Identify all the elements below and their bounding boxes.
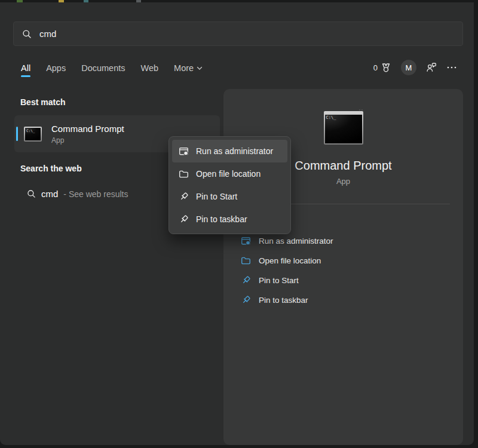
chevron-down-icon bbox=[197, 66, 203, 70]
pin-icon bbox=[241, 295, 251, 305]
pin-icon bbox=[179, 192, 189, 202]
search-input[interactable] bbox=[39, 29, 454, 39]
menu-item-open-file-location[interactable]: Open file location bbox=[172, 162, 287, 185]
search-icon bbox=[22, 29, 32, 39]
rewards-button[interactable]: 0 bbox=[373, 62, 391, 73]
menu-item-pin-to-taskbar[interactable]: Pin to taskbar bbox=[172, 208, 287, 231]
result-title: Command Prompt bbox=[51, 124, 124, 134]
menu-item-run-as-administrator[interactable]: Run as administrator bbox=[172, 140, 287, 162]
search-web-heading: Search the web bbox=[20, 164, 82, 173]
pin-icon bbox=[179, 214, 189, 225]
web-search-result[interactable]: cmd - See web results bbox=[27, 189, 128, 199]
more-options-icon[interactable] bbox=[446, 62, 457, 73]
feedback-icon[interactable] bbox=[426, 62, 437, 73]
best-match-heading: Best match bbox=[20, 97, 65, 107]
run-as-administrator-icon bbox=[179, 146, 189, 157]
folder-icon bbox=[179, 169, 189, 179]
rewards-medal-icon bbox=[381, 62, 391, 73]
search-filter-tabs: All Apps Documents Web More bbox=[21, 60, 203, 76]
command-prompt-icon-large: C:\_ bbox=[324, 111, 363, 145]
account-avatar[interactable]: M bbox=[401, 60, 416, 75]
tab-all[interactable]: All bbox=[21, 63, 30, 73]
search-flyout-window: All Apps Documents Web More 0 M Best mat… bbox=[0, 2, 474, 445]
tab-documents[interactable]: Documents bbox=[81, 63, 125, 73]
menu-item-pin-to-start[interactable]: Pin to Start bbox=[172, 185, 287, 208]
action-pin-to-start[interactable]: Pin to Start bbox=[223, 271, 463, 290]
tab-web[interactable]: Web bbox=[141, 63, 159, 73]
panel-actions: Run as administrator Open file location … bbox=[223, 231, 463, 310]
context-menu: Run as administrator Open file location … bbox=[168, 136, 291, 234]
pin-icon bbox=[241, 275, 251, 286]
web-suffix: - See web results bbox=[63, 189, 128, 199]
rewards-count: 0 bbox=[373, 63, 378, 72]
command-prompt-icon: C:\_ bbox=[24, 127, 42, 142]
web-query: cmd bbox=[41, 189, 58, 199]
tab-apps[interactable]: Apps bbox=[46, 63, 66, 73]
topbar-icons: 0 M bbox=[373, 59, 457, 76]
action-open-file-location[interactable]: Open file location bbox=[223, 251, 463, 271]
action-pin-to-taskbar[interactable]: Pin to taskbar bbox=[223, 290, 463, 310]
tab-more[interactable]: More bbox=[174, 63, 203, 73]
run-as-administrator-icon bbox=[241, 236, 251, 246]
search-icon bbox=[27, 189, 36, 198]
result-subtitle: App bbox=[51, 136, 124, 145]
selection-accent-bar bbox=[16, 127, 18, 141]
folder-icon bbox=[241, 256, 251, 266]
search-box[interactable] bbox=[13, 22, 463, 46]
